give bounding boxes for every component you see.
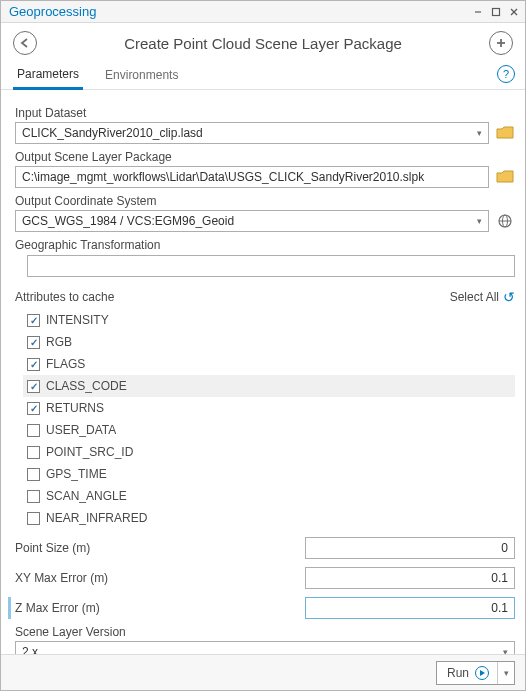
reset-icon: ↺ <box>503 289 515 305</box>
tab-bar: Parameters Environments ? <box>1 61 525 90</box>
geo-trans-field[interactable] <box>27 255 515 277</box>
out-cs-label: Output Coordinate System <box>15 194 515 208</box>
geo-trans-label: Geographic Transformation <box>15 238 515 252</box>
attr-checkbox[interactable] <box>27 424 40 437</box>
attr-checkbox[interactable] <box>27 446 40 459</box>
svg-rect-1 <box>493 8 500 15</box>
globe-icon <box>497 213 513 229</box>
attr-row[interactable]: FLAGS <box>23 353 515 375</box>
attrs-label: Attributes to cache <box>15 290 114 304</box>
attr-checkbox[interactable] <box>27 380 40 393</box>
attr-label: SCAN_ANGLE <box>46 489 127 503</box>
attr-label: USER_DATA <box>46 423 116 437</box>
tool-title: Create Point Cloud Scene Layer Package <box>37 35 489 52</box>
add-button[interactable] <box>489 31 513 55</box>
attr-row[interactable]: RETURNS <box>23 397 515 419</box>
window-controls <box>471 5 521 19</box>
attr-row[interactable]: SCAN_ANGLE <box>23 485 515 507</box>
browse-output-button[interactable] <box>495 167 515 187</box>
arrow-left-icon <box>19 37 31 49</box>
attr-row[interactable]: POINT_SRC_ID <box>23 441 515 463</box>
tab-parameters[interactable]: Parameters <box>13 61 83 90</box>
attr-row[interactable]: USER_DATA <box>23 419 515 441</box>
back-button[interactable] <box>13 31 37 55</box>
z-err-field[interactable] <box>305 597 515 619</box>
close-icon[interactable] <box>507 5 521 19</box>
attr-label: FLAGS <box>46 357 85 371</box>
attr-row[interactable]: INTENSITY <box>23 309 515 331</box>
attr-checkbox[interactable] <box>27 336 40 349</box>
tool-header: Create Point Cloud Scene Layer Package <box>1 23 525 61</box>
run-dropdown-button[interactable]: ▾ <box>498 668 514 678</box>
out-cs-value: GCS_WGS_1984 / VCS:EGM96_Geoid <box>22 214 234 228</box>
input-dataset-label: Input Dataset <box>15 106 515 120</box>
attr-label: GPS_TIME <box>46 467 107 481</box>
footer: Run ▾ <box>1 654 525 690</box>
run-button[interactable]: Run ▾ <box>436 661 515 685</box>
browse-input-button[interactable] <box>495 123 515 143</box>
attr-label: NEAR_INFRARED <box>46 511 147 525</box>
xy-err-label: XY Max Error (m) <box>15 571 108 585</box>
attr-checkbox[interactable] <box>27 512 40 525</box>
output-slpk-label: Output Scene Layer Package <box>15 150 515 164</box>
autohide-icon[interactable] <box>471 5 485 19</box>
point-size-field[interactable] <box>305 537 515 559</box>
output-slpk-field[interactable] <box>15 166 489 188</box>
attr-row[interactable]: NEAR_INFRARED <box>23 507 515 529</box>
help-button[interactable]: ? <box>497 65 515 83</box>
attr-checkbox[interactable] <box>27 358 40 371</box>
attr-checkbox[interactable] <box>27 402 40 415</box>
attr-row[interactable]: CLASS_CODE <box>23 375 515 397</box>
chevron-down-icon: ▾ <box>477 216 482 226</box>
input-dataset-value: CLICK_SandyRiver2010_clip.lasd <box>22 126 203 140</box>
parameters-form: Input Dataset CLICK_SandyRiver2010_clip.… <box>1 90 525 671</box>
cs-picker-button[interactable] <box>495 211 515 231</box>
attr-label: RETURNS <box>46 401 104 415</box>
input-dataset-field[interactable]: CLICK_SandyRiver2010_clip.lasd ▾ <box>15 122 489 144</box>
tab-environments[interactable]: Environments <box>101 62 182 88</box>
xy-err-field[interactable] <box>305 567 515 589</box>
attr-row[interactable]: GPS_TIME <box>23 463 515 485</box>
point-size-label: Point Size (m) <box>15 541 90 555</box>
chevron-down-icon: ▾ <box>477 128 482 138</box>
attr-label: CLASS_CODE <box>46 379 127 393</box>
attr-label: POINT_SRC_ID <box>46 445 133 459</box>
z-err-label: Z Max Error (m) <box>15 601 100 615</box>
select-all-label: Select All <box>450 290 499 304</box>
attr-checkbox[interactable] <box>27 468 40 481</box>
folder-icon <box>496 126 514 140</box>
attr-label: INTENSITY <box>46 313 109 327</box>
attr-row[interactable]: RGB <box>23 331 515 353</box>
slv-label: Scene Layer Version <box>15 625 515 639</box>
folder-icon <box>496 170 514 184</box>
attr-checkbox[interactable] <box>27 314 40 327</box>
out-cs-field[interactable]: GCS_WGS_1984 / VCS:EGM96_Geoid ▾ <box>15 210 489 232</box>
pane-header: Geoprocessing <box>1 1 525 23</box>
pane-title: Geoprocessing <box>5 4 96 19</box>
select-all-button[interactable]: Select All ↺ <box>450 289 515 305</box>
attr-checkbox[interactable] <box>27 490 40 503</box>
plus-icon <box>495 37 507 49</box>
maximize-icon[interactable] <box>489 5 503 19</box>
play-icon <box>475 666 489 680</box>
run-label: Run <box>447 666 469 680</box>
attributes-list: INTENSITYRGBFLAGSCLASS_CODERETURNSUSER_D… <box>15 309 515 529</box>
attr-label: RGB <box>46 335 72 349</box>
